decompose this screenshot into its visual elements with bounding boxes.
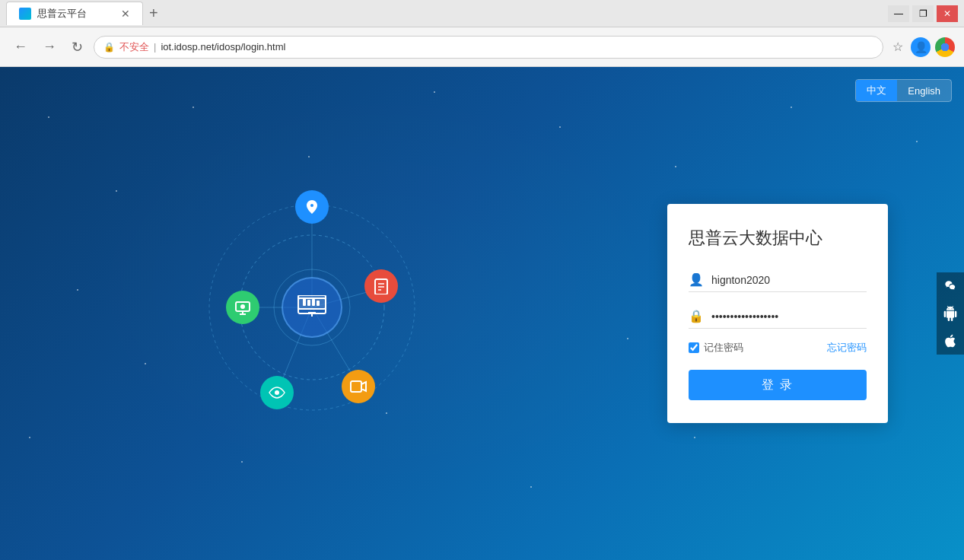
tab-favicon	[19, 8, 31, 20]
svg-rect-13	[307, 300, 310, 306]
language-switcher[interactable]: 中文 English	[855, 79, 952, 102]
url-display: iot.idosp.net/idosp/login.html	[161, 41, 285, 52]
node-clipboard	[364, 269, 398, 303]
browser-chrome: 思普云平台 ✕ + — ❐ ✕ ← → ↻ 🔒 不安全 | iot.idosp.…	[0, 0, 964, 67]
remember-text: 记住密码	[704, 341, 743, 355]
window-controls: — ❐ ✕	[888, 5, 958, 22]
apple-icon-btn[interactable]	[937, 327, 964, 355]
profile-icon[interactable]: 👤	[911, 37, 931, 57]
english-lang-button[interactable]: English	[897, 80, 951, 101]
forward-button[interactable]: →	[38, 36, 61, 58]
chrome-menu-icon[interactable]	[935, 37, 955, 57]
login-title: 思普云大数据中心	[689, 227, 867, 250]
tab-close-button[interactable]: ✕	[121, 8, 130, 20]
security-icon: 🔒	[103, 42, 115, 52]
login-card: 思普云大数据中心 👤 🔒 记住密码 忘记密码 登 录	[667, 204, 888, 423]
remember-label[interactable]: 记住密码	[689, 341, 743, 355]
password-input[interactable]	[711, 310, 867, 323]
node-monitor	[226, 291, 259, 324]
login-button[interactable]: 登 录	[689, 370, 867, 400]
center-node	[282, 277, 342, 338]
node-video	[342, 370, 375, 403]
close-button[interactable]: ✕	[937, 5, 958, 22]
tab-title: 思普云平台	[37, 7, 87, 21]
refresh-button[interactable]: ↻	[67, 36, 87, 59]
username-group: 👤	[689, 268, 867, 292]
security-label: 不安全	[119, 40, 149, 54]
browser-actions: ☆ 👤	[889, 37, 955, 57]
bookmark-star-button[interactable]: ☆	[889, 37, 906, 57]
wechat-icon-btn[interactable]	[937, 272, 964, 300]
password-group: 🔒	[689, 304, 867, 329]
svg-rect-14	[312, 299, 315, 306]
remember-checkbox[interactable]	[689, 342, 699, 353]
nav-bar: ← → ↻ 🔒 不安全 | iot.idosp.net/idosp/login.…	[0, 27, 964, 67]
forgot-password-link[interactable]: 忘记密码	[827, 341, 867, 355]
side-social-icons	[937, 272, 964, 355]
chinese-lang-button[interactable]: 中文	[856, 80, 897, 101]
back-button[interactable]: ←	[9, 36, 32, 58]
svg-point-26	[275, 390, 279, 395]
browser-tab[interactable]: 思普云平台 ✕	[6, 2, 143, 25]
address-bar[interactable]: 🔒 不安全 | iot.idosp.net/idosp/login.html	[94, 36, 883, 59]
new-tab-button[interactable]: +	[149, 5, 158, 22]
svg-rect-15	[317, 301, 320, 306]
iot-diagram	[167, 155, 457, 460]
main-page: 中文 English	[0, 67, 964, 560]
svg-rect-24	[351, 381, 361, 392]
svg-marker-25	[361, 382, 366, 391]
svg-point-19	[240, 304, 245, 309]
minimize-button[interactable]: —	[888, 5, 909, 22]
remember-row: 记住密码 忘记密码	[689, 341, 867, 355]
node-map	[295, 190, 329, 224]
user-icon: 👤	[689, 272, 704, 287]
svg-rect-12	[303, 298, 306, 306]
username-input[interactable]	[711, 274, 867, 286]
maximize-button[interactable]: ❐	[912, 5, 934, 22]
lock-icon: 🔒	[689, 309, 704, 323]
android-icon-btn[interactable]	[937, 300, 964, 327]
title-bar: 思普云平台 ✕ + — ❐ ✕	[0, 0, 964, 27]
node-eye	[260, 376, 294, 409]
